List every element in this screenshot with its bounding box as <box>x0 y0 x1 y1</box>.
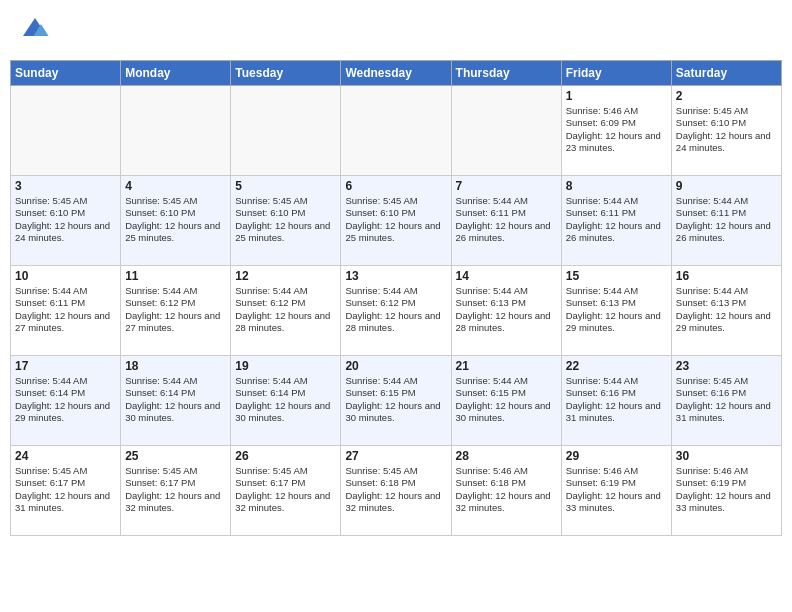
day-number: 13 <box>345 269 446 283</box>
day-info: Sunrise: 5:44 AMSunset: 6:12 PMDaylight:… <box>235 285 336 334</box>
day-number: 29 <box>566 449 667 463</box>
calendar-cell: 4Sunrise: 5:45 AMSunset: 6:10 PMDaylight… <box>121 176 231 266</box>
calendar-cell: 1Sunrise: 5:46 AMSunset: 6:09 PMDaylight… <box>561 86 671 176</box>
day-number: 19 <box>235 359 336 373</box>
day-info: Sunrise: 5:44 AMSunset: 6:14 PMDaylight:… <box>235 375 336 424</box>
calendar-cell: 25Sunrise: 5:45 AMSunset: 6:17 PMDayligh… <box>121 446 231 536</box>
day-number: 18 <box>125 359 226 373</box>
weekday-header-tuesday: Tuesday <box>231 61 341 86</box>
day-info: Sunrise: 5:45 AMSunset: 6:10 PMDaylight:… <box>345 195 446 244</box>
day-number: 25 <box>125 449 226 463</box>
calendar-cell: 3Sunrise: 5:45 AMSunset: 6:10 PMDaylight… <box>11 176 121 266</box>
weekday-header-sunday: Sunday <box>11 61 121 86</box>
calendar-cell: 5Sunrise: 5:45 AMSunset: 6:10 PMDaylight… <box>231 176 341 266</box>
calendar-cell: 26Sunrise: 5:45 AMSunset: 6:17 PMDayligh… <box>231 446 341 536</box>
calendar-week-2: 3Sunrise: 5:45 AMSunset: 6:10 PMDaylight… <box>11 176 782 266</box>
day-info: Sunrise: 5:44 AMSunset: 6:12 PMDaylight:… <box>345 285 446 334</box>
calendar-cell: 29Sunrise: 5:46 AMSunset: 6:19 PMDayligh… <box>561 446 671 536</box>
day-number: 7 <box>456 179 557 193</box>
calendar-cell: 11Sunrise: 5:44 AMSunset: 6:12 PMDayligh… <box>121 266 231 356</box>
calendar-cell: 27Sunrise: 5:45 AMSunset: 6:18 PMDayligh… <box>341 446 451 536</box>
day-number: 16 <box>676 269 777 283</box>
calendar-cell <box>11 86 121 176</box>
day-number: 8 <box>566 179 667 193</box>
calendar-cell <box>231 86 341 176</box>
day-number: 27 <box>345 449 446 463</box>
calendar-cell: 22Sunrise: 5:44 AMSunset: 6:16 PMDayligh… <box>561 356 671 446</box>
calendar-cell <box>121 86 231 176</box>
day-info: Sunrise: 5:45 AMSunset: 6:10 PMDaylight:… <box>15 195 116 244</box>
day-number: 20 <box>345 359 446 373</box>
calendar-cell: 21Sunrise: 5:44 AMSunset: 6:15 PMDayligh… <box>451 356 561 446</box>
day-info: Sunrise: 5:44 AMSunset: 6:14 PMDaylight:… <box>125 375 226 424</box>
day-info: Sunrise: 5:44 AMSunset: 6:11 PMDaylight:… <box>456 195 557 244</box>
day-info: Sunrise: 5:45 AMSunset: 6:17 PMDaylight:… <box>15 465 116 514</box>
day-info: Sunrise: 5:46 AMSunset: 6:19 PMDaylight:… <box>566 465 667 514</box>
calendar-cell: 18Sunrise: 5:44 AMSunset: 6:14 PMDayligh… <box>121 356 231 446</box>
calendar-cell: 9Sunrise: 5:44 AMSunset: 6:11 PMDaylight… <box>671 176 781 266</box>
calendar-cell: 6Sunrise: 5:45 AMSunset: 6:10 PMDaylight… <box>341 176 451 266</box>
calendar-cell: 28Sunrise: 5:46 AMSunset: 6:18 PMDayligh… <box>451 446 561 536</box>
day-info: Sunrise: 5:44 AMSunset: 6:12 PMDaylight:… <box>125 285 226 334</box>
day-number: 17 <box>15 359 116 373</box>
calendar-cell: 30Sunrise: 5:46 AMSunset: 6:19 PMDayligh… <box>671 446 781 536</box>
day-info: Sunrise: 5:45 AMSunset: 6:17 PMDaylight:… <box>235 465 336 514</box>
calendar-cell: 10Sunrise: 5:44 AMSunset: 6:11 PMDayligh… <box>11 266 121 356</box>
day-info: Sunrise: 5:45 AMSunset: 6:17 PMDaylight:… <box>125 465 226 514</box>
weekday-header-wednesday: Wednesday <box>341 61 451 86</box>
weekday-header-saturday: Saturday <box>671 61 781 86</box>
day-info: Sunrise: 5:45 AMSunset: 6:16 PMDaylight:… <box>676 375 777 424</box>
calendar-week-3: 10Sunrise: 5:44 AMSunset: 6:11 PMDayligh… <box>11 266 782 356</box>
day-info: Sunrise: 5:44 AMSunset: 6:11 PMDaylight:… <box>15 285 116 334</box>
calendar-cell: 15Sunrise: 5:44 AMSunset: 6:13 PMDayligh… <box>561 266 671 356</box>
day-number: 14 <box>456 269 557 283</box>
calendar-header-row: SundayMondayTuesdayWednesdayThursdayFrid… <box>11 61 782 86</box>
day-number: 5 <box>235 179 336 193</box>
day-info: Sunrise: 5:45 AMSunset: 6:10 PMDaylight:… <box>125 195 226 244</box>
calendar-cell: 12Sunrise: 5:44 AMSunset: 6:12 PMDayligh… <box>231 266 341 356</box>
day-number: 23 <box>676 359 777 373</box>
calendar-cell: 19Sunrise: 5:44 AMSunset: 6:14 PMDayligh… <box>231 356 341 446</box>
day-number: 10 <box>15 269 116 283</box>
day-info: Sunrise: 5:44 AMSunset: 6:16 PMDaylight:… <box>566 375 667 424</box>
day-info: Sunrise: 5:45 AMSunset: 6:10 PMDaylight:… <box>676 105 777 154</box>
calendar-cell: 8Sunrise: 5:44 AMSunset: 6:11 PMDaylight… <box>561 176 671 266</box>
day-info: Sunrise: 5:44 AMSunset: 6:15 PMDaylight:… <box>345 375 446 424</box>
day-info: Sunrise: 5:44 AMSunset: 6:15 PMDaylight:… <box>456 375 557 424</box>
day-number: 24 <box>15 449 116 463</box>
day-info: Sunrise: 5:46 AMSunset: 6:19 PMDaylight:… <box>676 465 777 514</box>
day-info: Sunrise: 5:45 AMSunset: 6:10 PMDaylight:… <box>235 195 336 244</box>
day-number: 3 <box>15 179 116 193</box>
day-number: 21 <box>456 359 557 373</box>
day-number: 2 <box>676 89 777 103</box>
day-number: 12 <box>235 269 336 283</box>
page-header <box>10 10 782 50</box>
calendar-cell <box>451 86 561 176</box>
calendar-cell <box>341 86 451 176</box>
calendar-cell: 23Sunrise: 5:45 AMSunset: 6:16 PMDayligh… <box>671 356 781 446</box>
weekday-header-monday: Monday <box>121 61 231 86</box>
calendar-cell: 14Sunrise: 5:44 AMSunset: 6:13 PMDayligh… <box>451 266 561 356</box>
day-info: Sunrise: 5:45 AMSunset: 6:18 PMDaylight:… <box>345 465 446 514</box>
calendar-week-4: 17Sunrise: 5:44 AMSunset: 6:14 PMDayligh… <box>11 356 782 446</box>
calendar-week-5: 24Sunrise: 5:45 AMSunset: 6:17 PMDayligh… <box>11 446 782 536</box>
day-number: 30 <box>676 449 777 463</box>
calendar-cell: 16Sunrise: 5:44 AMSunset: 6:13 PMDayligh… <box>671 266 781 356</box>
day-number: 9 <box>676 179 777 193</box>
day-number: 11 <box>125 269 226 283</box>
calendar-cell: 7Sunrise: 5:44 AMSunset: 6:11 PMDaylight… <box>451 176 561 266</box>
day-info: Sunrise: 5:46 AMSunset: 6:09 PMDaylight:… <box>566 105 667 154</box>
calendar-cell: 13Sunrise: 5:44 AMSunset: 6:12 PMDayligh… <box>341 266 451 356</box>
logo-icon <box>20 15 50 45</box>
day-number: 4 <box>125 179 226 193</box>
calendar-cell: 20Sunrise: 5:44 AMSunset: 6:15 PMDayligh… <box>341 356 451 446</box>
day-number: 22 <box>566 359 667 373</box>
calendar-cell: 2Sunrise: 5:45 AMSunset: 6:10 PMDaylight… <box>671 86 781 176</box>
day-number: 1 <box>566 89 667 103</box>
day-number: 28 <box>456 449 557 463</box>
day-number: 26 <box>235 449 336 463</box>
day-info: Sunrise: 5:44 AMSunset: 6:13 PMDaylight:… <box>456 285 557 334</box>
calendar-table: SundayMondayTuesdayWednesdayThursdayFrid… <box>10 60 782 536</box>
calendar-week-1: 1Sunrise: 5:46 AMSunset: 6:09 PMDaylight… <box>11 86 782 176</box>
day-number: 15 <box>566 269 667 283</box>
